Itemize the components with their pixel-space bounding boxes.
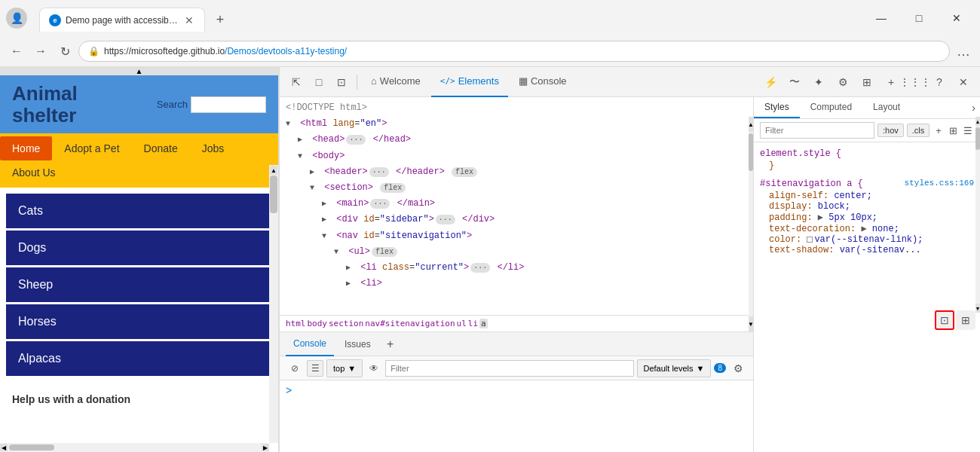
- console-settings-icon[interactable]: ⚙: [729, 359, 747, 377]
- network-conditions-icon[interactable]: ⚡: [760, 72, 781, 93]
- console-add-tab[interactable]: +: [381, 335, 400, 353]
- scroll-left-arrow[interactable]: ◀: [0, 444, 8, 451]
- padding-triangle[interactable]: ▶: [818, 212, 823, 223]
- styles-layout-icon[interactable]: ☰: [962, 122, 974, 139]
- nav-item-donate[interactable]: Donate: [132, 136, 190, 160]
- animal-item-alpacas[interactable]: Alpacas: [6, 341, 272, 376]
- animal-item-cats[interactable]: Cats: [6, 194, 272, 228]
- tab-console[interactable]: ▦ Console: [510, 67, 576, 97]
- css-overview-icon[interactable]: ✦: [808, 72, 829, 93]
- styles-hov-button[interactable]: :hov: [877, 124, 904, 137]
- dom-section[interactable]: <section> flex: [280, 180, 753, 196]
- scroll-up-btn[interactable]: ▲: [270, 166, 277, 175]
- scroll-up-arrow[interactable]: ▲: [0, 67, 278, 75]
- dock-icon[interactable]: ⊞: [856, 72, 877, 93]
- side-panel-icon[interactable]: ⊞: [956, 310, 975, 330]
- dom-doctype[interactable]: <!DOCTYPE html>: [280, 100, 753, 116]
- console-context-selector[interactable]: top ▼: [326, 359, 363, 377]
- triangle-header[interactable]: [310, 165, 319, 179]
- styles-tab-layout[interactable]: Layout: [862, 97, 911, 118]
- dom-scroll-thumb[interactable]: [749, 133, 753, 171]
- add-tab-icon[interactable]: +: [880, 72, 902, 93]
- dom-nav[interactable]: <nav id="sitenavigation">: [280, 228, 753, 244]
- triangle-html[interactable]: [286, 117, 295, 131]
- scroll-thumb-v[interactable]: [270, 176, 277, 213]
- console-filter-input[interactable]: [385, 360, 633, 377]
- console-sidebar-toggle[interactable]: ☰: [307, 360, 323, 377]
- style-link-sitenav[interactable]: styles.css:169: [905, 179, 974, 191]
- bc-nav[interactable]: nav#sitenavigation: [365, 319, 455, 328]
- settings-icon[interactable]: ⚙: [832, 72, 853, 93]
- forward-button[interactable]: →: [30, 41, 51, 62]
- minimize-button[interactable]: —: [864, 6, 899, 30]
- maximize-button[interactable]: □: [902, 6, 936, 30]
- search-input[interactable]: [191, 96, 266, 113]
- scroll-thumb[interactable]: [9, 444, 54, 450]
- triangle-ul[interactable]: [334, 245, 343, 259]
- bc-section[interactable]: section: [329, 319, 363, 328]
- dom-sidebar[interactable]: <div id="sidebar">··· </div>: [280, 212, 753, 228]
- vertical-scrollbar[interactable]: ▲: [269, 165, 278, 443]
- text-decoration-triangle[interactable]: ▶: [861, 224, 866, 234]
- triangle-li2[interactable]: [346, 276, 355, 291]
- styles-cls-button[interactable]: .cls: [907, 124, 930, 137]
- user-avatar[interactable]: 👤: [6, 8, 27, 29]
- triangle-main[interactable]: [322, 197, 331, 211]
- bc-a[interactable]: a: [479, 319, 488, 328]
- help-icon[interactable]: ?: [929, 72, 950, 93]
- dom-li-current[interactable]: <li class="current">··· </li>: [280, 260, 753, 276]
- styles-tab-computed[interactable]: Computed: [800, 97, 862, 118]
- bc-html[interactable]: html: [286, 319, 306, 328]
- styles-filter-input[interactable]: [760, 122, 874, 139]
- bc-body[interactable]: body: [308, 319, 328, 328]
- styles-tab-styles[interactable]: Styles: [754, 97, 800, 118]
- dom-scroll-up[interactable]: ▲: [749, 117, 753, 132]
- dom-main[interactable]: <main>··· </main>: [280, 196, 753, 212]
- animal-item-dogs[interactable]: Dogs: [6, 231, 272, 265]
- triangle-body[interactable]: [298, 149, 307, 163]
- console-eye-icon[interactable]: 👁: [366, 360, 382, 377]
- tab-elements[interactable]: </> Elements: [431, 67, 508, 97]
- dom-header[interactable]: <header>··· </header> flex: [280, 164, 753, 180]
- highlighted-console-icon[interactable]: ⊡: [935, 310, 954, 330]
- close-button[interactable]: ✕: [939, 6, 974, 30]
- console-tab-console[interactable]: Console: [286, 332, 334, 356]
- nav-item-about[interactable]: About Us: [0, 160, 68, 185]
- triangle-head[interactable]: [298, 133, 307, 147]
- nav-item-home[interactable]: Home: [0, 136, 52, 160]
- console-levels-dropdown[interactable]: Default levels ▼: [637, 359, 712, 377]
- triangle-li[interactable]: [346, 261, 355, 275]
- refresh-button[interactable]: ↻: [54, 41, 75, 62]
- scroll-right-arrow[interactable]: ▶: [262, 444, 269, 451]
- nav-item-adopt[interactable]: Adopt a Pet: [52, 136, 131, 160]
- styles-scrollbar[interactable]: ▲ ▼: [975, 117, 980, 313]
- dom-li-2[interactable]: <li>: [280, 276, 753, 292]
- triangle-section[interactable]: [310, 181, 319, 195]
- triangle-sidebar[interactable]: [322, 212, 331, 227]
- triangle-nav[interactable]: [322, 229, 331, 243]
- console-clear-icon[interactable]: ⊘: [286, 359, 304, 377]
- console-prompt-arrow[interactable]: >: [286, 384, 292, 396]
- close-devtools-icon[interactable]: ✕: [953, 72, 974, 93]
- performance-monitor-icon[interactable]: 〜: [784, 72, 805, 93]
- tab-close-button[interactable]: ✕: [183, 13, 195, 28]
- tab-welcome[interactable]: ⌂ Welcome: [362, 67, 430, 97]
- console-tab-issues[interactable]: Issues: [337, 332, 378, 356]
- styles-scroll-up[interactable]: ▲: [975, 117, 980, 126]
- more-button[interactable]: …: [953, 41, 974, 62]
- animal-item-horses[interactable]: Horses: [6, 304, 272, 339]
- dom-scrollbar[interactable]: ▲ ▼: [749, 117, 753, 331]
- address-bar[interactable]: 🔒 https://microsoftedge.github.io/Demos/…: [78, 41, 950, 62]
- styles-scroll-thumb[interactable]: [975, 127, 980, 150]
- dom-ul[interactable]: <ul>flex: [280, 244, 753, 260]
- animal-item-sheep[interactable]: Sheep: [6, 267, 272, 302]
- styles-add-rule-icon[interactable]: +: [933, 122, 945, 139]
- device-mode-icon[interactable]: □: [308, 72, 329, 93]
- dom-scroll-down[interactable]: ▼: [749, 316, 753, 331]
- inspect-element-icon[interactable]: ⇱: [286, 72, 307, 93]
- bc-ul[interactable]: ul: [457, 319, 467, 328]
- panel-layout-icon[interactable]: ⊡: [331, 72, 352, 93]
- nav-item-jobs[interactable]: Jobs: [190, 136, 237, 160]
- styles-tab-more-icon[interactable]: ›: [967, 97, 980, 118]
- browser-tab[interactable]: e Demo page with accessibility issu ✕: [39, 8, 205, 32]
